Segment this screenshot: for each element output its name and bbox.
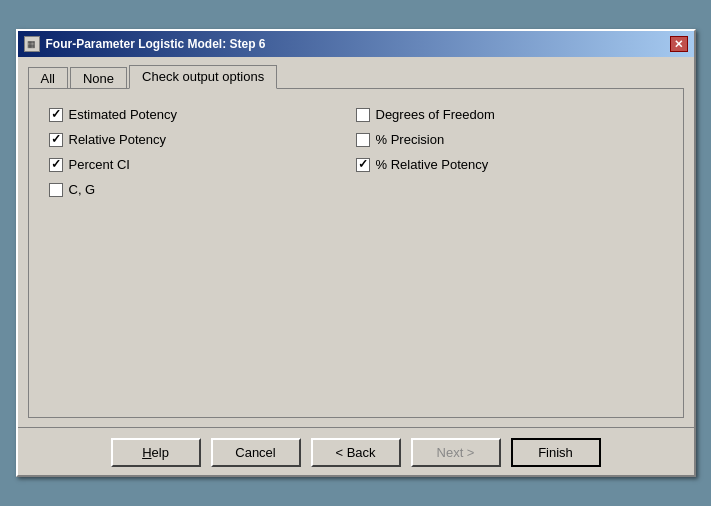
checkbox-grid: Estimated Potency Relative Potency Perce…: [49, 105, 663, 199]
checkbox-dof-label: Degrees of Freedom: [376, 107, 495, 122]
finish-button-label: Finish: [538, 445, 573, 460]
right-column: Degrees of Freedom % Precision % Relativ…: [356, 105, 663, 199]
checkbox-relative-potency: Relative Potency: [49, 130, 356, 149]
checkbox-estimated-potency-input[interactable]: [49, 108, 63, 122]
checkbox-percent-ci-label: Percent CI: [69, 157, 130, 172]
title-bar: ▦ Four-Parameter Logistic Model: Step 6 …: [18, 31, 694, 57]
checkbox-percent-ci-input[interactable]: [49, 158, 63, 172]
checkbox-relative-potency-input[interactable]: [49, 133, 63, 147]
back-button[interactable]: < Back: [311, 438, 401, 467]
checkbox-cg-label: C, G: [69, 182, 96, 197]
checkbox-precision-input[interactable]: [356, 133, 370, 147]
checkbox-rel-potency-pct-label: % Relative Potency: [376, 157, 489, 172]
next-button-label: Next >: [437, 445, 475, 460]
checkbox-rel-potency-pct-input[interactable]: [356, 158, 370, 172]
checkbox-rel-potency-pct: % Relative Potency: [356, 155, 663, 174]
close-button[interactable]: ✕: [670, 36, 688, 52]
checkbox-estimated-potency: Estimated Potency: [49, 105, 356, 124]
tab-bar: All None Check output options: [28, 65, 684, 89]
checkbox-cg-input[interactable]: [49, 183, 63, 197]
checkbox-relative-potency-label: Relative Potency: [69, 132, 167, 147]
window-title: Four-Parameter Logistic Model: Step 6: [46, 37, 266, 51]
checkbox-dof: Degrees of Freedom: [356, 105, 663, 124]
checkbox-precision: % Precision: [356, 130, 663, 149]
content-area: All None Check output options Estimated …: [18, 57, 694, 427]
finish-button[interactable]: Finish: [511, 438, 601, 467]
help-button[interactable]: Help: [111, 438, 201, 467]
tab-none[interactable]: None: [70, 67, 127, 89]
tab-all[interactable]: All: [28, 67, 68, 89]
main-window: ▦ Four-Parameter Logistic Model: Step 6 …: [16, 29, 696, 477]
tab-check-output[interactable]: Check output options: [129, 65, 277, 89]
options-panel: Estimated Potency Relative Potency Perce…: [28, 88, 684, 418]
checkbox-precision-label: % Precision: [376, 132, 445, 147]
window-icon: ▦: [24, 36, 40, 52]
title-bar-left: ▦ Four-Parameter Logistic Model: Step 6: [24, 36, 266, 52]
checkbox-cg: C, G: [49, 180, 356, 199]
button-row: Help Cancel < Back Next > Finish: [18, 427, 694, 475]
checkbox-dof-input[interactable]: [356, 108, 370, 122]
cancel-button[interactable]: Cancel: [211, 438, 301, 467]
checkbox-percent-ci: Percent CI: [49, 155, 356, 174]
checkbox-estimated-potency-label: Estimated Potency: [69, 107, 177, 122]
next-button[interactable]: Next >: [411, 438, 501, 467]
left-column: Estimated Potency Relative Potency Perce…: [49, 105, 356, 199]
help-button-label: Help: [142, 445, 169, 460]
back-button-label: < Back: [335, 445, 375, 460]
cancel-button-label: Cancel: [235, 445, 275, 460]
